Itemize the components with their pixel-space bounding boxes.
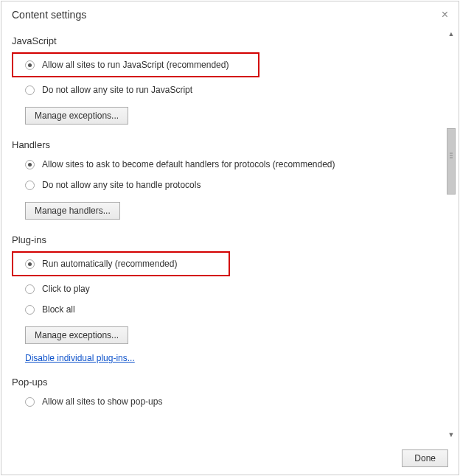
- radio-label: Allow all sites to run JavaScript (recom…: [42, 60, 229, 70]
- highlight-javascript-allow: Allow all sites to run JavaScript (recom…: [12, 52, 259, 77]
- section-title-popups: Pop-ups: [12, 377, 441, 388]
- radio-row-js-allow[interactable]: Allow all sites to run JavaScript (recom…: [25, 58, 229, 71]
- radio-icon: [25, 259, 35, 269]
- dialog-scroll-area: JavaScript Allow all sites to run JavaSc…: [1, 25, 459, 444]
- section-title-handlers: Handlers: [12, 139, 441, 150]
- manage-exceptions-plugins-button[interactable]: Manage exceptions...: [25, 326, 128, 344]
- radio-icon: [25, 305, 35, 315]
- section-title-plugins: Plug-ins: [12, 234, 441, 245]
- done-button[interactable]: Done: [402, 449, 448, 467]
- radio-icon: [25, 160, 35, 169]
- manage-exceptions-js-button[interactable]: Manage exceptions...: [25, 107, 128, 125]
- radio-row-handlers-deny[interactable]: Do not allow any site to handle protocol…: [12, 175, 441, 195]
- scroll-thumb[interactable]: [447, 128, 456, 195]
- scroll-track[interactable]: [445, 40, 457, 429]
- scroll-up-arrow-icon[interactable]: ▲: [445, 28, 457, 40]
- radio-label: Click to play: [42, 284, 90, 294]
- vertical-scrollbar[interactable]: ▲ ▼: [445, 28, 457, 441]
- radio-row-js-deny[interactable]: Do not allow any site to run JavaScript: [12, 80, 441, 99]
- radio-icon: [25, 284, 35, 294]
- radio-row-handlers-allow[interactable]: Allow sites to ask to become default han…: [12, 155, 441, 174]
- radio-row-plugins-click[interactable]: Click to play: [12, 279, 441, 298]
- dialog-titlebar: Content settings ×: [1, 1, 459, 25]
- disable-plugins-link[interactable]: Disable individual plug-ins...: [25, 353, 135, 363]
- dialog-title: Content settings: [12, 9, 86, 21]
- radio-icon: [25, 397, 35, 407]
- highlight-plugins-auto: Run automatically (recommended): [12, 251, 230, 276]
- section-title-javascript: JavaScript: [12, 35, 441, 46]
- radio-row-plugins-auto[interactable]: Run automatically (recommended): [25, 257, 177, 270]
- radio-row-popups-allow[interactable]: Allow all sites to show pop-ups: [12, 392, 441, 411]
- close-icon[interactable]: ×: [442, 9, 448, 21]
- manage-handlers-button[interactable]: Manage handlers...: [25, 202, 120, 220]
- radio-icon: [25, 85, 35, 95]
- content-settings-dialog: Content settings × JavaScript Allow all …: [1, 1, 459, 475]
- radio-label: Do not allow any site to run JavaScript: [42, 85, 192, 95]
- radio-icon: [25, 181, 35, 190]
- radio-icon: [25, 60, 35, 70]
- radio-label: Allow sites to ask to become default han…: [42, 159, 335, 169]
- radio-label: Run automatically (recommended): [42, 259, 177, 269]
- scroll-down-arrow-icon[interactable]: ▼: [445, 429, 457, 441]
- radio-label: Allow all sites to show pop-ups: [42, 396, 162, 407]
- radio-row-plugins-block[interactable]: Block all: [12, 300, 441, 319]
- radio-label: Do not allow any site to handle protocol…: [42, 180, 201, 190]
- radio-label: Block all: [42, 304, 75, 315]
- dialog-footer: Done: [1, 444, 459, 475]
